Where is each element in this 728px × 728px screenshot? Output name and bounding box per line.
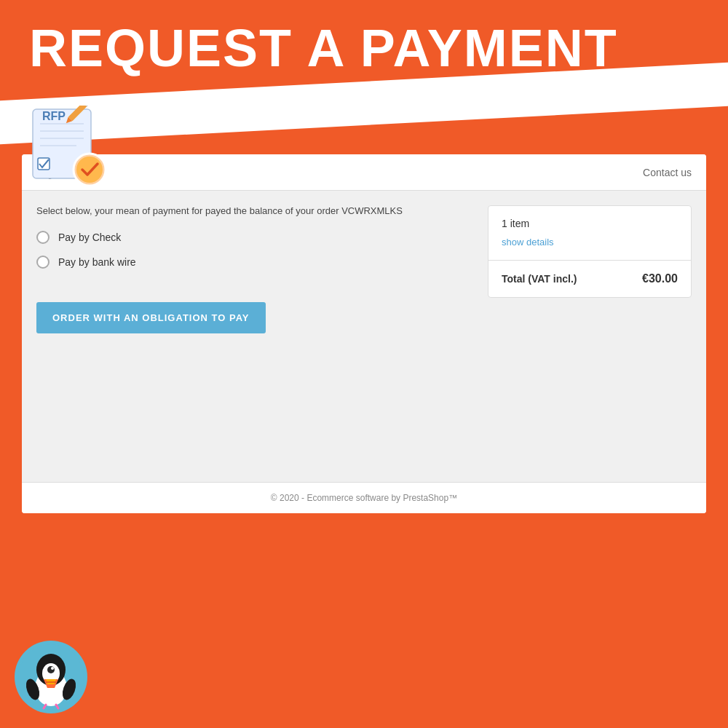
rfp-icon: RFP — [22, 106, 116, 196]
order-summary: 1 item show details Total (VAT incl.) €3… — [488, 205, 692, 467]
total-amount: €30.00 — [642, 272, 678, 285]
total-label: Total (VAT incl.) — [502, 273, 577, 285]
pay-check-label: Pay by Check — [58, 232, 121, 243]
svg-point-11 — [76, 157, 103, 183]
show-details-link[interactable]: show details — [502, 237, 554, 248]
payment-section: Select below, your mean of payment for p… — [36, 205, 473, 467]
puffin-logo — [15, 641, 87, 713]
store-body: Select below, your mean of payment for p… — [22, 191, 706, 482]
contact-link[interactable]: Contact us — [643, 167, 692, 178]
radio-pay-check[interactable] — [36, 231, 50, 244]
store-footer: © 2020 - Ecommerce software by PrestaSho… — [22, 482, 706, 513]
item-count: 1 item — [502, 218, 678, 229]
summary-top: 1 item show details — [488, 206, 691, 261]
summary-card: 1 item show details Total (VAT incl.) €3… — [488, 205, 692, 298]
header-section: REQUEST A PAYMENT — [0, 0, 728, 74]
main-title: REQUEST A PAYMENT — [29, 22, 699, 74]
payment-instruction: Select below, your mean of payment for p… — [36, 205, 473, 216]
svg-point-17 — [51, 667, 54, 670]
svg-text:RFP: RFP — [42, 110, 66, 122]
store-header: my store Contact us — [22, 154, 706, 191]
svg-point-16 — [47, 666, 55, 673]
radio-pay-bank-wire[interactable] — [36, 256, 50, 269]
content-wrapper: my store Contact us Select below, your m… — [0, 154, 728, 535]
order-button[interactable]: ORDER WITH AN OBLIGATION TO PAY — [36, 302, 266, 333]
footer-text: © 2020 - Ecommerce software by PrestaSho… — [36, 493, 692, 503]
pay-bank-wire-label: Pay by bank wire — [58, 256, 136, 268]
payment-option-bankwire: Pay by bank wire — [36, 256, 473, 269]
summary-total: Total (VAT incl.) €30.00 — [488, 261, 691, 297]
payment-option-check: Pay by Check — [36, 231, 473, 244]
store-card: my store Contact us Select below, your m… — [22, 154, 706, 513]
